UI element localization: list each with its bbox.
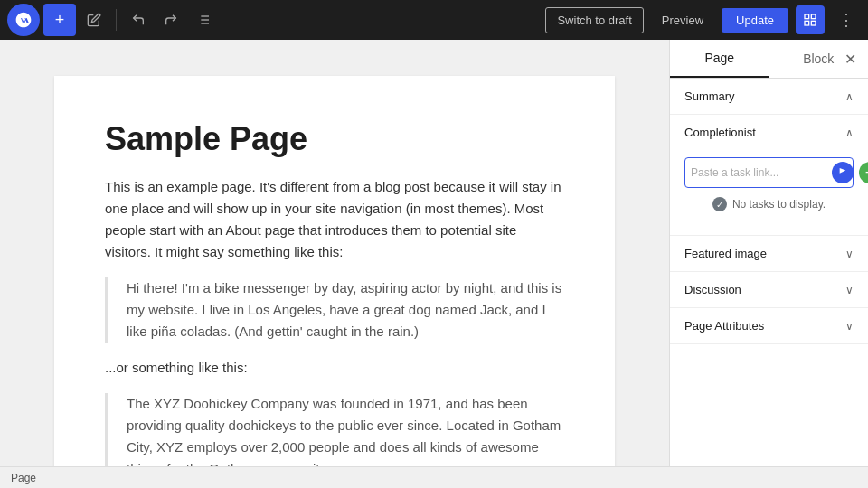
svg-rect-7 <box>811 14 816 19</box>
sidebar-close-button[interactable]: ✕ <box>839 48 861 70</box>
page-attributes-label: Page Attributes <box>684 319 764 333</box>
toolbar: + Switch to draft Preview Updat <box>0 0 868 40</box>
divider1 <box>116 9 117 31</box>
sidebar: Page Block ✕ Summary ∧ Completionist ∧ <box>669 40 868 466</box>
featured-image-chevron: ∨ <box>845 248 854 260</box>
editor-content: Sample Page This is an example page. It'… <box>54 76 615 466</box>
more-options-button[interactable]: ⋮ <box>832 5 861 34</box>
featured-image-header[interactable]: Featured image ∨ <box>670 236 868 271</box>
paragraph-1: This is an example page. It's different … <box>105 176 564 263</box>
check-icon: ✓ <box>712 197 727 211</box>
discussion-label: Discussion <box>684 283 741 296</box>
completionist-section: Completionist ∧ + ✓ <box>670 115 868 236</box>
blockquote-1: Hi there! I'm a bike messenger by day, a… <box>105 277 564 343</box>
completionist-header[interactable]: Completionist ∧ <box>670 115 868 150</box>
redo-button[interactable] <box>156 5 185 34</box>
completionist-input-row: + <box>684 157 854 188</box>
completionist-task-input[interactable] <box>691 166 826 179</box>
settings-button[interactable] <box>796 5 825 34</box>
featured-image-label: Featured image <box>684 247 767 260</box>
page-attributes-chevron: ∨ <box>845 320 854 333</box>
svg-rect-8 <box>811 21 816 25</box>
tab-page[interactable]: Page <box>670 40 769 78</box>
sidebar-tabs: Page Block ✕ <box>670 40 868 79</box>
undo-button[interactable] <box>124 5 153 34</box>
svg-rect-6 <box>805 14 809 19</box>
preview-button[interactable]: Preview <box>651 8 714 33</box>
no-tasks-text: No tasks to display. <box>732 198 826 211</box>
discussion-chevron: ∨ <box>845 284 854 296</box>
add-block-button[interactable]: + <box>43 4 76 36</box>
blockquote-2: The XYZ Doohickey Company was founded in… <box>105 393 564 466</box>
completionist-flag-button[interactable] <box>832 162 854 183</box>
status-bar: Page <box>0 466 868 488</box>
paragraph-2: ...or something like this: <box>105 357 564 379</box>
switch-draft-button[interactable]: Switch to draft <box>545 7 643 33</box>
page-title: Sample Page <box>105 119 564 158</box>
discussion-section: Discussion ∨ <box>670 272 868 308</box>
page-attributes-section: Page Attributes ∨ <box>670 308 868 344</box>
summary-header[interactable]: Summary ∧ <box>670 79 868 114</box>
completionist-body: + ✓ No tasks to display. <box>670 150 868 235</box>
summary-section: Summary ∧ <box>670 79 868 115</box>
list-view-button[interactable] <box>189 5 218 34</box>
update-button[interactable]: Update <box>722 8 788 33</box>
edit-button[interactable] <box>80 5 108 34</box>
summary-chevron: ∧ <box>845 90 854 103</box>
editor-area: Sample Page This is an example page. It'… <box>0 40 669 466</box>
completionist-chevron: ∧ <box>845 127 854 139</box>
page-attributes-header[interactable]: Page Attributes ∨ <box>670 308 868 343</box>
completionist-no-tasks: ✓ No tasks to display. <box>684 188 854 221</box>
toolbar-right: Switch to draft Preview Update ⋮ <box>545 5 861 34</box>
editor-body: This is an example page. It's different … <box>105 176 564 466</box>
svg-rect-9 <box>805 21 809 25</box>
wp-logo[interactable] <box>7 4 40 36</box>
main: Sample Page This is an example page. It'… <box>0 40 868 466</box>
sidebar-content: Summary ∧ Completionist ∧ <box>670 79 868 466</box>
completionist-label: Completionist <box>684 126 756 139</box>
featured-image-section: Featured image ∨ <box>670 236 868 272</box>
completionist-add-button[interactable]: + <box>859 162 868 183</box>
status-page-label: Page <box>11 472 36 484</box>
summary-label: Summary <box>684 89 735 103</box>
discussion-header[interactable]: Discussion ∨ <box>670 272 868 307</box>
